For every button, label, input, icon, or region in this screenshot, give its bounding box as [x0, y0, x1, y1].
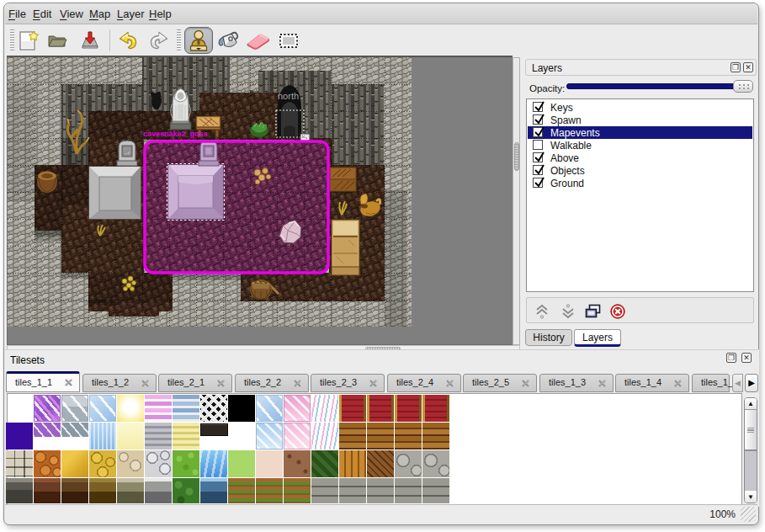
- svg-text:cavesnake2_goss: cavesnake2_goss: [143, 130, 208, 138]
- svg-text:north: north: [278, 91, 299, 101]
